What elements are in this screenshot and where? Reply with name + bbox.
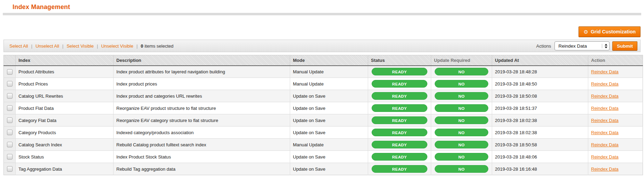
mode-cell: Manual Update xyxy=(290,78,368,90)
updated-at-cell: 2019-03-28 18:50:58 xyxy=(492,139,588,151)
update-required-badge: NO xyxy=(435,153,488,161)
table-row: Catalog Search IndexRebuild Catalog prod… xyxy=(4,139,643,151)
update-required-badge: NO xyxy=(435,141,488,148)
column-header-description[interactable]: Description xyxy=(114,55,290,66)
row-checkbox[interactable] xyxy=(7,117,13,123)
status-badge: READY xyxy=(372,92,427,100)
table-row: Category ProductsIndexed category/produc… xyxy=(4,127,643,139)
page-title: Index Management xyxy=(13,3,644,11)
select-stepper-icon xyxy=(602,44,607,48)
toolbar-link-unselect-all[interactable]: Unselect All xyxy=(36,43,59,49)
toolbar-link-select-all[interactable]: Select All xyxy=(9,43,28,49)
row-checkbox[interactable] xyxy=(7,142,13,147)
updated-at-cell: 2019-03-28 18:02:38 xyxy=(492,127,588,139)
index-cell: Product Flat Data xyxy=(16,102,114,114)
row-checkbox[interactable] xyxy=(7,105,13,111)
toolbar-link-select-visible[interactable]: Select Visible xyxy=(67,43,94,49)
row-checkbox[interactable] xyxy=(7,166,13,172)
reindex-data-link[interactable]: Reindex Data xyxy=(591,130,619,135)
status-badge: READY xyxy=(372,153,427,161)
row-checkbox[interactable] xyxy=(7,154,13,160)
update-required-badge: NO xyxy=(435,165,488,173)
reindex-data-link[interactable]: Reindex Data xyxy=(591,106,619,111)
action-cell: Reindex Data xyxy=(588,66,643,78)
action-cell: Reindex Data xyxy=(588,151,643,163)
update-required-cell: NO xyxy=(431,127,492,139)
checkbox-cell xyxy=(4,139,16,151)
table-row: Stock StatusIndex Product Stock StatusUp… xyxy=(4,151,643,163)
reindex-data-link[interactable]: Reindex Data xyxy=(591,166,619,172)
reindex-data-link[interactable]: Reindex Data xyxy=(591,69,619,74)
grid-customization-button[interactable]: ⚙ Grid Customization xyxy=(579,26,641,37)
status-cell: READY xyxy=(368,151,431,163)
reindex-data-link[interactable]: Reindex Data xyxy=(591,118,619,123)
update-required-badge: NO xyxy=(435,129,488,136)
actions-select[interactable]: Reindex Data xyxy=(554,41,610,50)
column-header-index[interactable]: Index xyxy=(16,55,114,66)
status-cell: READY xyxy=(368,139,431,151)
reindex-data-link[interactable]: Reindex Data xyxy=(591,154,619,160)
column-header-mode[interactable]: Mode xyxy=(290,55,368,66)
reindex-data-link[interactable]: Reindex Data xyxy=(591,81,619,87)
reindex-data-link[interactable]: Reindex Data xyxy=(591,142,619,147)
update-required-cell: NO xyxy=(431,78,492,90)
description-cell: Rebuild Catalog product fulltext search … xyxy=(114,139,290,151)
column-header-status[interactable]: Status xyxy=(368,55,431,66)
index-cell: Catalog URL Rewrites xyxy=(16,90,114,102)
actions-label: Actions xyxy=(536,43,551,49)
update-required-cell: NO xyxy=(431,102,492,114)
submit-button[interactable]: Submit xyxy=(612,41,637,51)
update-required-badge: NO xyxy=(435,92,488,100)
index-cell: Stock Status xyxy=(16,151,114,163)
row-checkbox[interactable] xyxy=(7,93,13,99)
arrow-down-icon xyxy=(605,47,607,48)
reindex-data-link[interactable]: Reindex Data xyxy=(591,93,619,99)
row-checkbox[interactable] xyxy=(7,69,13,75)
table-row: Product PricesIndex product pricesManual… xyxy=(4,78,643,90)
actions-select-value: Reindex Data xyxy=(558,43,587,49)
mode-cell: Update on Save xyxy=(290,102,368,114)
index-cell: Tag Aggregation Data xyxy=(16,163,114,175)
items-selected-text: 0 items selected xyxy=(141,43,173,49)
status-badge: READY xyxy=(372,116,427,124)
update-required-cell: NO xyxy=(431,151,492,163)
mode-cell: Manual Update xyxy=(290,139,368,151)
title-divider xyxy=(3,13,641,15)
update-required-badge: NO xyxy=(435,80,488,88)
index-cell: Category Flat Data xyxy=(16,114,114,127)
status-cell: READY xyxy=(368,78,431,90)
table-row: Product AttributesIndex product attribut… xyxy=(4,66,643,78)
update-required-cell: NO xyxy=(431,114,492,127)
gear-icon: ⚙ xyxy=(583,29,588,34)
toolbar-link-unselect-visible[interactable]: Unselect Visible xyxy=(101,43,133,49)
mass-action-controls: Actions Reindex Data Submit xyxy=(536,41,637,51)
row-checkbox[interactable] xyxy=(7,130,13,135)
index-cell: Product Attributes xyxy=(16,66,114,78)
table-row: Product Flat DataReorganize EAV product … xyxy=(4,102,643,114)
index-management-grid: IndexDescriptionModeStatusUpdate Require… xyxy=(3,55,643,175)
checkbox-cell xyxy=(4,114,16,127)
status-badge: READY xyxy=(372,104,427,112)
separator: | xyxy=(62,43,63,49)
status-badge: READY xyxy=(372,129,427,136)
checkbox-cell xyxy=(4,78,16,90)
grid-body: Product AttributesIndex product attribut… xyxy=(4,66,643,175)
grid-customization-label: Grid Customization xyxy=(591,29,636,34)
column-header-updated-at[interactable]: Updated At xyxy=(492,55,588,66)
mode-cell: Update on Save xyxy=(290,127,368,139)
selection-links: Select All|Unselect All|Select Visible|U… xyxy=(9,43,133,49)
index-cell: Category Products xyxy=(16,127,114,139)
updated-at-cell: 2019-03-28 18:48:28 xyxy=(492,66,588,78)
action-cell: Reindex Data xyxy=(588,78,643,90)
description-cell: Index product attributes for layered nav… xyxy=(114,66,290,78)
mode-cell: Update on Save xyxy=(290,90,368,102)
column-header-action: Action xyxy=(588,55,643,66)
row-checkbox[interactable] xyxy=(7,81,13,87)
checkbox-cell xyxy=(4,102,16,114)
checkbox-cell xyxy=(4,127,16,139)
status-badge: READY xyxy=(372,80,427,88)
selected-count: 0 xyxy=(141,43,143,49)
arrow-up-icon xyxy=(605,44,607,46)
top-button-row: ⚙ Grid Customization xyxy=(3,26,641,37)
action-cell: Reindex Data xyxy=(588,139,643,151)
